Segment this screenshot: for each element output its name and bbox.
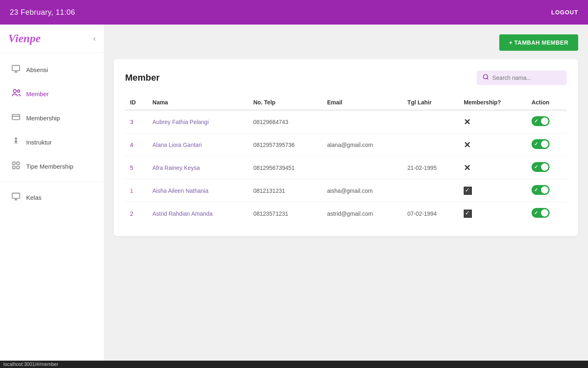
- sidebar-item-member[interactable]: Member: [0, 82, 104, 106]
- monitor-icon: [11, 64, 20, 75]
- member-table: ID Nama No. Telp Email Tgl Lahir Members…: [125, 95, 567, 225]
- toggle-switch[interactable]: ✓: [532, 208, 550, 218]
- statusbar-url: localhost:3001/#/member: [3, 361, 58, 367]
- card-title: Member: [125, 72, 159, 83]
- svg-rect-5: [12, 115, 20, 120]
- svg-rect-10: [17, 162, 19, 165]
- toggle-check-icon: ✓: [534, 187, 538, 193]
- cell-no-telp: 08123571231: [248, 202, 322, 225]
- svg-rect-8: [13, 162, 15, 165]
- toggle-switch[interactable]: ✓: [532, 139, 550, 149]
- cell-nama: Astrid Rahdian Amanda: [148, 202, 249, 225]
- cell-email: [322, 156, 402, 179]
- cell-action: ✓: [527, 110, 567, 133]
- sidebar-item-kelas[interactable]: Kelas: [0, 185, 104, 210]
- svg-point-7: [15, 138, 17, 140]
- cell-membership: ✕: [459, 133, 527, 156]
- sidebar-item-absensi[interactable]: Absensi: [0, 58, 104, 82]
- nav-divider: [0, 182, 104, 182]
- toggle-check-icon: ✓: [534, 210, 538, 216]
- cell-nama: Aisha Aileen Nathania: [148, 179, 249, 202]
- toggle-dot: [541, 186, 548, 194]
- table-row: 3Aubrey Fathia Pelangi08129684743✕ ✓: [125, 110, 567, 133]
- sidebar: Vienpe ‹ Absensi Member Membership: [0, 25, 104, 361]
- sidebar-item-kelas-label: Kelas: [26, 194, 42, 201]
- cell-action: ✓: [527, 133, 567, 156]
- sidebar-collapse-button[interactable]: ‹: [93, 34, 96, 43]
- search-input[interactable]: [492, 75, 561, 81]
- toggle-switch[interactable]: ✓: [532, 116, 550, 126]
- card-header: Member: [125, 70, 567, 85]
- cell-membership: ✕: [459, 156, 527, 179]
- people-icon: [11, 88, 20, 99]
- table-row: 5Afra Rainey Keysa081295673945121-02-199…: [125, 156, 567, 179]
- cell-membership: ✕: [459, 110, 527, 133]
- cell-no-telp: 08129684743: [248, 110, 322, 133]
- cell-no-telp: 0812956739451: [248, 156, 322, 179]
- svg-rect-0: [12, 65, 20, 71]
- logout-button[interactable]: LOGOUT: [551, 9, 578, 16]
- toggle-dot: [541, 163, 548, 171]
- sidebar-item-instruktur-label: Instruktur: [26, 139, 52, 146]
- table-body: 3Aubrey Fathia Pelangi08129684743✕ ✓ 4Al…: [125, 110, 567, 225]
- cell-action: ✓: [527, 202, 567, 225]
- x-icon: ✕: [464, 140, 471, 149]
- main-layout: Vienpe ‹ Absensi Member Membership: [0, 25, 588, 361]
- membership-icon: [11, 113, 20, 124]
- svg-rect-12: [12, 193, 20, 199]
- cell-tgl-lahir: [402, 179, 459, 202]
- col-header-nama: Nama: [148, 95, 249, 110]
- content-header: + TAMBAH MEMBER: [114, 34, 578, 51]
- app-header: 23 February, 11:06 LOGOUT: [0, 0, 588, 25]
- cell-id: 3: [125, 110, 148, 133]
- svg-point-3: [13, 90, 16, 93]
- cell-tgl-lahir: 21-02-1995: [402, 156, 459, 179]
- x-icon: ✕: [464, 163, 471, 172]
- toggle-dot: [541, 209, 548, 217]
- col-header-membership: Membership?: [459, 95, 527, 110]
- svg-line-16: [487, 78, 488, 79]
- toggle-check-icon: ✓: [534, 141, 538, 147]
- main-content: + TAMBAH MEMBER Member ID Nama No. Telp: [104, 25, 588, 361]
- col-header-id: ID: [125, 95, 148, 110]
- toggle-dot: [541, 140, 548, 148]
- table-row: 4Alana Liora Gantari0812957395736alana@g…: [125, 133, 567, 156]
- svg-rect-11: [17, 166, 19, 169]
- statusbar: localhost:3001/#/member: [0, 361, 588, 368]
- svg-point-4: [18, 90, 20, 93]
- cell-action: ✓: [527, 156, 567, 179]
- tipe-icon: [11, 161, 20, 172]
- header-datetime: 23 February, 11:06: [10, 8, 75, 17]
- toggle-check-icon: ✓: [534, 118, 538, 124]
- cell-tgl-lahir: 07-02-1994: [402, 202, 459, 225]
- cell-email: aisha@gmail.com: [322, 179, 402, 202]
- cell-membership: ✓: [459, 202, 527, 225]
- search-icon: [483, 74, 489, 82]
- x-icon: ✕: [464, 117, 471, 126]
- table-head: ID Nama No. Telp Email Tgl Lahir Members…: [125, 95, 567, 110]
- add-member-button[interactable]: + TAMBAH MEMBER: [499, 34, 578, 51]
- search-box: [477, 70, 567, 85]
- cell-tgl-lahir: [402, 133, 459, 156]
- toggle-switch[interactable]: ✓: [532, 162, 550, 172]
- cell-id: 2: [125, 202, 148, 225]
- sidebar-item-membership[interactable]: Membership: [0, 106, 104, 130]
- member-card: Member ID Nama No. Telp Email Tgl Lahir: [114, 59, 578, 236]
- cell-id: 5: [125, 156, 148, 179]
- cell-nama: Aubrey Fathia Pelangi: [148, 110, 249, 133]
- col-header-action: Action: [527, 95, 567, 110]
- toggle-dot: [541, 117, 548, 125]
- col-header-email: Email: [322, 95, 402, 110]
- table-row: 1Aisha Aileen Nathania0812131231aisha@gm…: [125, 179, 567, 202]
- cell-email: alana@gmail.com: [322, 133, 402, 156]
- sidebar-item-instruktur[interactable]: Instruktur: [0, 130, 104, 154]
- check-box-icon: ✓: [464, 187, 472, 195]
- svg-rect-9: [13, 166, 15, 169]
- sidebar-item-absensi-label: Absensi: [26, 66, 48, 73]
- sidebar-item-tipe-membership[interactable]: Tipe Membership: [0, 154, 104, 178]
- col-header-tgl-lahir: Tgl Lahir: [402, 95, 459, 110]
- cell-nama: Alana Liora Gantari: [148, 133, 249, 156]
- table-header-row: ID Nama No. Telp Email Tgl Lahir Members…: [125, 95, 567, 110]
- cell-id: 1: [125, 179, 148, 202]
- toggle-switch[interactable]: ✓: [532, 185, 550, 195]
